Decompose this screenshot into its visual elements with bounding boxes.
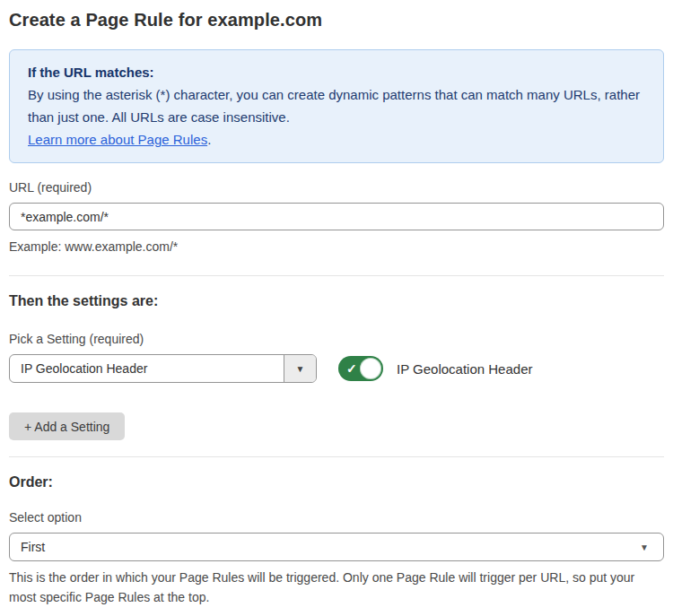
settings-section-heading: Then the settings are: [9, 293, 664, 309]
order-section-heading: Order: [9, 474, 664, 490]
order-select[interactable]: First ▼ [9, 533, 664, 561]
check-icon: ✓ [346, 362, 357, 375]
divider [9, 275, 664, 276]
select-option-label: Select option [9, 510, 664, 525]
chevron-down-icon: ▼ [640, 542, 649, 552]
info-box-link-line: Learn more about Page Rules. [28, 128, 645, 151]
info-box-heading: If the URL matches: [28, 61, 645, 83]
chevron-down-icon: ▼ [296, 364, 305, 374]
geolocation-toggle-group: ✓ IP Geolocation Header [338, 356, 533, 381]
order-select-value: First [21, 540, 45, 554]
add-setting-button[interactable]: + Add a Setting [9, 412, 125, 440]
create-page-rule-form: Create a Page Rule for example.com If th… [0, 0, 673, 616]
info-box-body-text: By using the asterisk (*) character, you… [28, 87, 640, 125]
setting-dropdown-value: IP Geolocation Header [10, 355, 284, 382]
url-example-helper: Example: www.example.com/* [9, 238, 664, 256]
learn-more-link[interactable]: Learn more about Page Rules [28, 132, 207, 147]
pick-setting-label: Pick a Setting (required) [9, 332, 664, 346]
url-field-label: URL (required) [9, 180, 664, 195]
link-suffix: . [207, 132, 211, 147]
divider [9, 456, 664, 457]
order-helper-text: This is the order in which your Page Rul… [9, 568, 660, 607]
toggle-label: IP Geolocation Header [397, 361, 533, 377]
dropdown-arrow-button[interactable]: ▼ [284, 355, 316, 382]
toggle-knob [360, 358, 381, 379]
url-match-info-box: If the URL matches: By using the asteris… [9, 49, 664, 163]
geolocation-toggle[interactable]: ✓ [338, 356, 383, 381]
setting-dropdown[interactable]: IP Geolocation Header ▼ [9, 354, 317, 383]
page-title: Create a Page Rule for example.com [9, 10, 664, 30]
url-input[interactable] [9, 203, 664, 230]
setting-row: IP Geolocation Header ▼ ✓ IP Geolocation… [9, 354, 664, 383]
info-box-body: By using the asterisk (*) character, you… [28, 83, 645, 128]
